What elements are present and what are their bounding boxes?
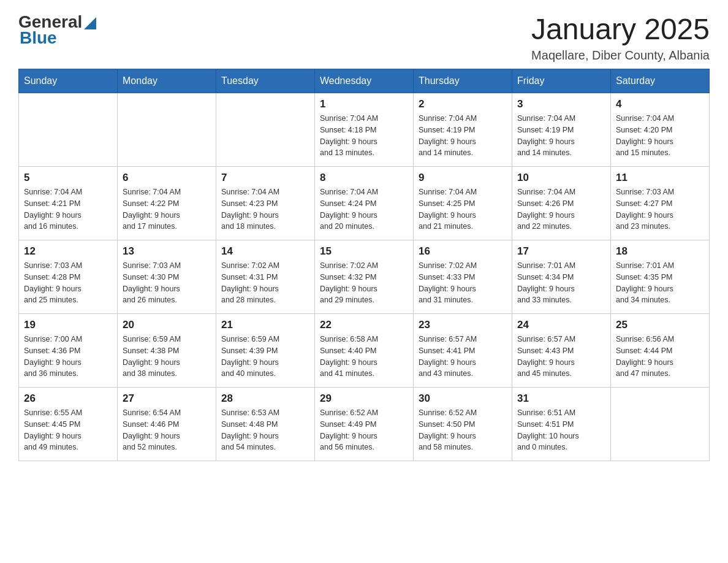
calendar-cell: 28Sunrise: 6:53 AM Sunset: 4:48 PM Dayli… [216,388,315,461]
day-number: 1 [320,98,408,110]
day-number: 16 [419,245,507,258]
day-info: Sunrise: 7:02 AM Sunset: 4:32 PM Dayligh… [320,260,408,306]
logo-triangle-icon [84,16,96,29]
day-info: Sunrise: 6:52 AM Sunset: 4:50 PM Dayligh… [419,407,507,453]
calendar-table: SundayMondayTuesdayWednesdayThursdayFrid… [18,69,710,461]
day-info: Sunrise: 6:57 AM Sunset: 4:43 PM Dayligh… [517,334,605,380]
calendar-cell: 30Sunrise: 6:52 AM Sunset: 4:50 PM Dayli… [414,388,512,461]
calendar-cell: 8Sunrise: 7:04 AM Sunset: 4:24 PM Daylig… [315,167,414,240]
day-number: 24 [517,319,605,331]
day-info: Sunrise: 7:02 AM Sunset: 4:33 PM Dayligh… [419,260,507,306]
day-info: Sunrise: 7:04 AM Sunset: 4:21 PM Dayligh… [24,186,112,232]
calendar-cell: 29Sunrise: 6:52 AM Sunset: 4:49 PM Dayli… [315,388,414,461]
calendar-cell [611,388,710,461]
day-number: 28 [221,393,309,405]
day-number: 17 [517,245,605,258]
calendar-cell: 2Sunrise: 7:04 AM Sunset: 4:19 PM Daylig… [414,93,512,167]
day-number: 6 [123,172,211,184]
day-info: Sunrise: 7:04 AM Sunset: 4:20 PM Dayligh… [616,113,704,159]
calendar-week-row: 12Sunrise: 7:03 AM Sunset: 4:28 PM Dayli… [19,240,710,314]
day-info: Sunrise: 7:02 AM Sunset: 4:31 PM Dayligh… [221,260,309,306]
day-info: Sunrise: 7:03 AM Sunset: 4:30 PM Dayligh… [123,260,211,306]
day-info: Sunrise: 6:56 AM Sunset: 4:44 PM Dayligh… [616,334,704,380]
page-header: General Blue January 2025 Maqellare, Dib… [18,12,710,63]
calendar-cell: 9Sunrise: 7:04 AM Sunset: 4:25 PM Daylig… [414,167,512,240]
calendar-cell: 20Sunrise: 6:59 AM Sunset: 4:38 PM Dayli… [118,314,216,388]
calendar-cell: 21Sunrise: 6:59 AM Sunset: 4:39 PM Dayli… [216,314,315,388]
calendar-cell: 17Sunrise: 7:01 AM Sunset: 4:34 PM Dayli… [512,240,611,314]
calendar-cell: 1Sunrise: 7:04 AM Sunset: 4:18 PM Daylig… [315,93,414,167]
day-number: 11 [616,172,704,184]
day-info: Sunrise: 7:03 AM Sunset: 4:28 PM Dayligh… [24,260,112,306]
logo: General Blue [18,12,96,48]
calendar-cell: 23Sunrise: 6:57 AM Sunset: 4:41 PM Dayli… [414,314,512,388]
day-of-week-header: Friday [512,69,611,93]
day-info: Sunrise: 6:52 AM Sunset: 4:49 PM Dayligh… [320,407,408,453]
calendar-cell: 25Sunrise: 6:56 AM Sunset: 4:44 PM Dayli… [611,314,710,388]
day-number: 4 [616,98,704,110]
day-number: 13 [123,245,211,258]
day-number: 20 [123,319,211,331]
calendar-cell: 15Sunrise: 7:02 AM Sunset: 4:32 PM Dayli… [315,240,414,314]
calendar-cell [118,93,216,167]
day-number: 3 [517,98,605,110]
day-info: Sunrise: 7:04 AM Sunset: 4:24 PM Dayligh… [320,186,408,232]
day-info: Sunrise: 6:57 AM Sunset: 4:41 PM Dayligh… [419,334,507,380]
day-of-week-header: Monday [118,69,216,93]
svg-marker-0 [84,17,96,29]
day-number: 8 [320,172,408,184]
day-info: Sunrise: 7:04 AM Sunset: 4:25 PM Dayligh… [419,186,507,232]
day-number: 7 [221,172,309,184]
day-info: Sunrise: 7:00 AM Sunset: 4:36 PM Dayligh… [24,334,112,380]
calendar-cell: 24Sunrise: 6:57 AM Sunset: 4:43 PM Dayli… [512,314,611,388]
day-of-week-header: Sunday [19,69,118,93]
day-number: 22 [320,319,408,331]
day-number: 10 [517,172,605,184]
day-info: Sunrise: 7:01 AM Sunset: 4:35 PM Dayligh… [616,260,704,306]
calendar-cell: 5Sunrise: 7:04 AM Sunset: 4:21 PM Daylig… [19,167,118,240]
day-number: 12 [24,245,112,258]
calendar-cell: 14Sunrise: 7:02 AM Sunset: 4:31 PM Dayli… [216,240,315,314]
calendar-cell: 18Sunrise: 7:01 AM Sunset: 4:35 PM Dayli… [611,240,710,314]
day-info: Sunrise: 7:04 AM Sunset: 4:19 PM Dayligh… [419,113,507,159]
location-title: Maqellare, Diber County, Albania [531,48,710,63]
calendar-cell: 26Sunrise: 6:55 AM Sunset: 4:45 PM Dayli… [19,388,118,461]
day-info: Sunrise: 7:03 AM Sunset: 4:27 PM Dayligh… [616,186,704,232]
calendar-week-row: 5Sunrise: 7:04 AM Sunset: 4:21 PM Daylig… [19,167,710,240]
calendar-cell: 10Sunrise: 7:04 AM Sunset: 4:26 PM Dayli… [512,167,611,240]
day-of-week-header: Wednesday [315,69,414,93]
day-info: Sunrise: 7:01 AM Sunset: 4:34 PM Dayligh… [517,260,605,306]
calendar-cell: 4Sunrise: 7:04 AM Sunset: 4:20 PM Daylig… [611,93,710,167]
day-info: Sunrise: 6:58 AM Sunset: 4:40 PM Dayligh… [320,334,408,380]
calendar-cell: 6Sunrise: 7:04 AM Sunset: 4:22 PM Daylig… [118,167,216,240]
day-info: Sunrise: 7:04 AM Sunset: 4:23 PM Dayligh… [221,186,309,232]
day-info: Sunrise: 7:04 AM Sunset: 4:19 PM Dayligh… [517,113,605,159]
day-number: 29 [320,393,408,405]
calendar-cell [19,93,118,167]
day-number: 30 [419,393,507,405]
month-title: January 2025 [531,12,710,46]
day-number: 2 [419,98,507,110]
calendar-week-row: 1Sunrise: 7:04 AM Sunset: 4:18 PM Daylig… [19,93,710,167]
calendar-cell: 13Sunrise: 7:03 AM Sunset: 4:30 PM Dayli… [118,240,216,314]
day-info: Sunrise: 6:53 AM Sunset: 4:48 PM Dayligh… [221,407,309,453]
calendar-cell: 31Sunrise: 6:51 AM Sunset: 4:51 PM Dayli… [512,388,611,461]
calendar-cell: 11Sunrise: 7:03 AM Sunset: 4:27 PM Dayli… [611,167,710,240]
day-info: Sunrise: 6:51 AM Sunset: 4:51 PM Dayligh… [517,407,605,453]
day-info: Sunrise: 6:54 AM Sunset: 4:46 PM Dayligh… [123,407,211,453]
day-number: 25 [616,319,704,331]
calendar-week-row: 19Sunrise: 7:00 AM Sunset: 4:36 PM Dayli… [19,314,710,388]
calendar-header-row: SundayMondayTuesdayWednesdayThursdayFrid… [19,69,710,93]
day-number: 9 [419,172,507,184]
calendar-cell: 22Sunrise: 6:58 AM Sunset: 4:40 PM Dayli… [315,314,414,388]
day-number: 23 [419,319,507,331]
calendar-cell: 27Sunrise: 6:54 AM Sunset: 4:46 PM Dayli… [118,388,216,461]
day-number: 26 [24,393,112,405]
day-of-week-header: Tuesday [216,69,315,93]
calendar-cell: 12Sunrise: 7:03 AM Sunset: 4:28 PM Dayli… [19,240,118,314]
day-info: Sunrise: 6:59 AM Sunset: 4:38 PM Dayligh… [123,334,211,380]
day-of-week-header: Saturday [611,69,710,93]
day-number: 27 [123,393,211,405]
calendar-cell: 3Sunrise: 7:04 AM Sunset: 4:19 PM Daylig… [512,93,611,167]
calendar-cell [216,93,315,167]
